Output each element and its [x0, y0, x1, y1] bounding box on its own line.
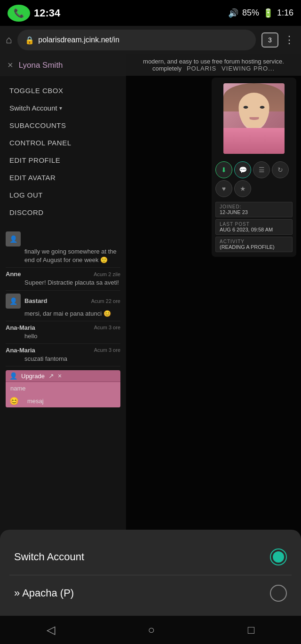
activity-row: ACTIVITY (READING A PROFILE) — [215, 237, 293, 252]
subaccounts-item[interactable]: SUBACCOUNTS — [0, 117, 126, 134]
last-post-row: LAST POST AUG 6 2023, 09:58 AM — [215, 219, 293, 235]
msg-name-2: Bastard — [24, 297, 47, 304]
emoji-icon[interactable]: 😊 — [6, 397, 23, 405]
like-btn[interactable]: ♥ — [215, 180, 232, 197]
status-bar: 📞 12:34 🔊 85% 🔋 1:16 — [0, 0, 301, 26]
sheet-label-0: Switch Account — [14, 551, 84, 563]
battery-icon: 🔋 — [263, 8, 273, 18]
url-bar[interactable]: 🔒 polarisdream.jcink.net/in — [17, 30, 256, 50]
msg-text-0: finally we going somewhere at the end of… — [24, 247, 120, 264]
time-right: 1:16 — [277, 8, 293, 18]
page-header: modern, and easy to use free forum hosti… — [126, 54, 301, 76]
radio-inner-selected — [273, 551, 284, 563]
radio-switch-account[interactable] — [270, 549, 287, 565]
cbox-name-input[interactable] — [6, 382, 120, 395]
switch-account-item[interactable]: Switch Account ▾ — [0, 99, 126, 117]
person-icon: 👤 — [9, 372, 17, 380]
cbox-message-0: 👤 finally we going somewhere at the end … — [6, 229, 120, 268]
download-profile-btn[interactable]: ⬇ — [215, 161, 232, 178]
msg-name-4: Ana-Maria — [6, 347, 35, 354]
msg-text-4: scuzati fantoma — [24, 355, 120, 363]
cbox-toolbar: 👤 Upgrade ↗ × — [6, 370, 120, 382]
sidebar-header: × Lyona Smith — [0, 54, 126, 76]
upgrade-btn[interactable]: Upgrade — [21, 373, 45, 380]
sheet-label-1: » Apacha (P) — [14, 587, 74, 599]
toggle-cbox-item[interactable]: Toggle Cbox — [0, 82, 126, 99]
sheet-item-apacha[interactable]: » Apacha (P) — [0, 575, 301, 611]
cbox-input-area: 👤 Upgrade ↗ × 😊 — [6, 370, 120, 407]
cbox-area: 👤 finally we going somewhere at the end … — [0, 229, 126, 407]
url-text: polarisdream.jcink.net/in — [38, 36, 248, 44]
nav-bar: ◁ ○ □ — [0, 616, 301, 644]
edit-profile-item[interactable]: EDIT PROFILE — [0, 151, 126, 169]
sidebar-username: Lyona Smith — [19, 61, 63, 70]
star-btn[interactable]: ★ — [234, 180, 251, 197]
radio-apacha[interactable] — [270, 585, 287, 602]
msg-name-3: Ana-Maria — [6, 324, 35, 331]
control-panel-item[interactable]: CONTROL PANEL — [0, 134, 126, 151]
volume-icon: 🔊 — [228, 8, 238, 18]
viewing-label: VIEWING PRO... — [222, 65, 275, 72]
polaris-label: POLARIS — [187, 65, 216, 72]
chevron-down-icon: ▾ — [59, 105, 62, 111]
close-sidebar-btn[interactable]: × — [8, 60, 13, 71]
cbox-message-2: 👤 Bastard Acum 22 ore mersi, dar mai e p… — [6, 291, 120, 321]
msg-text-1: Supeer! Distractie placuta sa aveti! — [24, 278, 120, 287]
cbox-message-input[interactable] — [23, 395, 120, 407]
sheet-item-switch-account[interactable]: Switch Account — [0, 539, 301, 575]
status-time: 12:34 — [34, 7, 60, 19]
msg-time-1: Acum 2 zile — [94, 271, 120, 277]
browser-home-btn[interactable]: ⌂ — [6, 34, 12, 46]
share-btn[interactable]: ↻ — [272, 161, 289, 178]
lock-icon: 🔒 — [25, 36, 34, 45]
menu-profile-btn[interactable]: ☰ — [253, 161, 270, 178]
msg-time-4: Acum 3 ore — [94, 347, 120, 353]
edit-avatar-item[interactable]: EDIT AVATAR — [0, 169, 126, 186]
profile-avatar — [223, 83, 285, 154]
profile-info: JOINED: 12-JUNE 23 LAST POST AUG 6 2023,… — [212, 199, 296, 257]
msg-name-1: Anne — [6, 270, 21, 278]
phone-icon: 📞 — [8, 5, 30, 22]
close-cbox-icon[interactable]: × — [58, 372, 62, 380]
msg-text-3: hello — [24, 332, 120, 341]
browser-bar: ⌂ 🔒 polarisdream.jcink.net/in 3 ⋮ — [0, 26, 301, 54]
cbox-message-3: Ana-Maria Acum 3 ore hello — [6, 321, 120, 344]
msg-avatar-2: 👤 — [6, 294, 21, 309]
chat-btn[interactable]: 💬 — [234, 161, 251, 178]
msg-time-3: Acum 3 ore — [94, 325, 120, 330]
status-left: 📞 12:34 — [8, 5, 60, 22]
profile-card: ⬇ 💬 ☰ ↻ ♥ ★ JOINED: 12-JUNE 23 LAST POST… — [212, 78, 296, 257]
profile-actions: ⬇ 💬 ☰ ↻ ♥ ★ — [212, 159, 296, 199]
cbox-message-1: Anne Acum 2 zile Supeer! Distractie plac… — [6, 268, 120, 290]
cbox-message-4: Ana-Maria Acum 3 ore scuzati fantoma — [6, 344, 120, 366]
joined-row: JOINED: 12-JUNE 23 — [215, 202, 293, 217]
tab-count-btn[interactable]: 3 — [261, 32, 278, 48]
bottom-sheet: Switch Account » Apacha (P) — [0, 530, 301, 616]
discord-item: DISCORD — [0, 204, 126, 221]
external-link-icon[interactable]: ↗ — [48, 372, 54, 380]
sidebar-menu: Toggle Cbox Switch Account ▾ SUBACCOUNTS… — [0, 76, 126, 227]
nav-back-btn[interactable]: ◁ — [47, 623, 55, 636]
msg-avatar-0: 👤 — [6, 231, 21, 246]
browser-menu-btn[interactable]: ⋮ — [284, 34, 295, 46]
status-right: 🔊 85% 🔋 1:16 — [228, 8, 293, 18]
log-out-item[interactable]: LOG OUT — [0, 186, 126, 204]
msg-time-2: Acum 22 ore — [91, 298, 120, 304]
msg-text-2: mersi, dar mai e pana atunci 😊 — [24, 310, 120, 318]
battery-percent: 85% — [242, 8, 259, 18]
nav-recents-btn[interactable]: □ — [248, 623, 255, 636]
nav-home-btn[interactable]: ○ — [148, 623, 155, 636]
